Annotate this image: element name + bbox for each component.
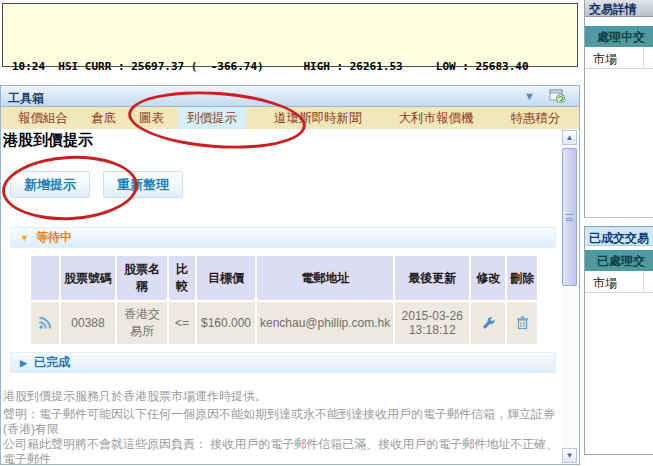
vertical-scrollbar[interactable]: ▲ ▼ [562,130,577,463]
disclaimer-line: 公司籍此聲明將不會就這些原因負責： 接收用戶的電子郵件信箱已滿、接收用戶的電子郵… [3,437,561,466]
alerts-table: 股票號碼 股票名稱 比較 目標價 電郵地址 最後更新 修改 刪除 00388 香… [29,254,539,346]
section-pending-label: 等待中 [36,229,72,246]
disclaimer-line: 聲明：電子郵件可能因以下任何一個原因不能如期到達或永不能到達接收用戶的電子郵件信… [3,407,561,437]
cell-stock-code: 00388 [61,302,115,344]
trade-details-status-tab[interactable]: 處理中交 [585,26,653,47]
trade-details-market-header: 市場 [585,47,653,69]
section-completed[interactable]: ▶ 已完成 [10,352,556,373]
header-compare: 比較 [169,256,195,300]
header-target-price: 目標價 [197,256,255,300]
cell-modify [471,302,505,344]
page-title: 港股到價提示 [3,131,93,150]
rss-icon[interactable] [34,316,56,330]
tab-quote-portfolio[interactable]: 報價組合 [9,107,77,129]
table-row: 00388 香港交易所 <= $160.000 kenchau@phillip.… [31,302,537,344]
tab-bonus-points[interactable]: 特惠積分 [502,107,570,129]
toolbox-right-border [579,85,580,465]
cell-delete [507,302,537,344]
scroll-down-icon[interactable]: ▼ [562,448,577,463]
executed-trades-status-tab[interactable]: 已處理交 [585,250,653,271]
table-header-row: 股票號碼 股票名稱 比較 目標價 電郵地址 最後更新 修改 刪除 [31,256,537,300]
cell-stock-name: 香港交易所 [117,302,167,344]
panel-spacer [585,17,653,26]
scrollbar-thumb[interactable] [562,148,577,286]
triangle-right-icon: ▶ [20,358,27,368]
index-ticker-panel: 10:24 HSI CURR : 25697.37 ( -366.74) HIG… [2,3,578,67]
tab-dowjones-news[interactable]: 道瓊斯即時新聞 [265,107,371,129]
disclaimer-text: 聲明：電子郵件可能因以下任何一個原因不能如期到達或永不能到達接收用戶的電子郵件信… [3,407,561,466]
header-modify: 修改 [471,256,505,300]
toolbox-title: 工具箱 [8,91,44,105]
cell-email: kenchau@phillip.com.hk [257,302,393,344]
header-last-updated: 最後更新 [395,256,469,300]
cell-last-updated: 2015-03-26 13:18:12 [395,302,469,344]
toolbox-title-bar: 工具箱 ▼ [0,85,580,107]
toolbox-tab-row: 報價組合 倉底 圖表 到價提示 道瓊斯即時新聞 大利市報價機 特惠積分 列印 更… [0,107,580,129]
tab-price-alert[interactable]: 到價提示 [178,107,246,129]
executed-trades-panel: 已成交交易 已處理交 市場 [584,226,653,455]
header-delete: 刪除 [507,256,537,300]
trading-app-window: 10:24 HSI CURR : 25697.37 ( -366.74) HIG… [0,0,653,466]
add-alert-button[interactable]: 新增提示 [10,171,90,198]
header-stock-name: 股票名稱 [117,256,167,300]
header-stock-code: 股票號碼 [61,256,115,300]
wrench-icon[interactable] [474,316,502,331]
triangle-down-icon: ▼ [20,233,29,243]
alert-feed-cell [31,302,59,344]
section-completed-label: 已完成 [34,354,70,371]
trade-details-panel: 交易詳情 處理中交 市場 [584,0,653,218]
scrollbar-grip [566,214,573,221]
executed-trades-title: 已成交交易 [585,226,653,246]
popout-window-icon[interactable] [549,89,565,103]
tab-positions[interactable]: 倉底 [82,107,125,129]
cell-target-price: $160.000 [197,302,255,344]
executed-trades-market-header: 市場 [585,271,653,293]
scroll-up-icon[interactable]: ▲ [562,130,577,145]
toolbox-left-border [0,129,1,465]
section-pending[interactable]: ▼ 等待中 [10,227,556,248]
header-blank [31,256,59,300]
refresh-button[interactable]: 重新整理 [103,171,183,198]
collapse-panel-icon[interactable]: ▼ [524,90,535,102]
header-email: 電郵地址 [257,256,393,300]
trade-details-title: 交易詳情 [585,0,653,17]
service-note: 港股到價提示服務只於香港股票市場運作時提供。 [3,388,267,405]
cell-compare: <= [169,302,195,344]
ticker-line-hsi: 10:24 HSI CURR : 25697.37 ( -366.74) HIG… [12,60,577,73]
tab-teletext-quote[interactable]: 大利市報價機 [390,107,483,129]
tab-chart[interactable]: 圖表 [130,107,173,129]
trash-icon[interactable] [510,316,534,330]
